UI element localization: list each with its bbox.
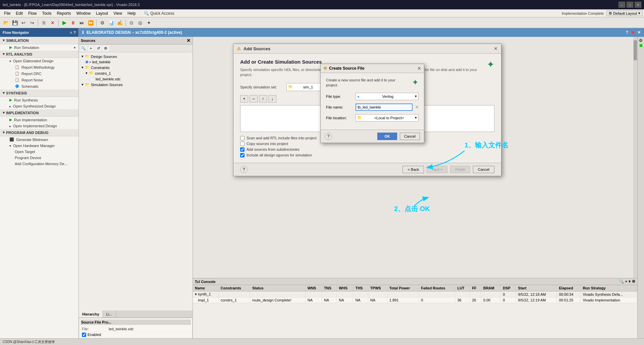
add-sources-help-button[interactable]: ?: [240, 166, 248, 173]
right-panel-gear-icon[interactable]: ⚙: [639, 38, 643, 43]
design-pin-icon[interactable]: 📌: [630, 30, 635, 35]
design-close-icon[interactable]: ✕: [637, 30, 641, 35]
nav-open-target[interactable]: Open Target: [0, 149, 78, 155]
checkbox-add-subdirs[interactable]: Add sources from subdirectories: [240, 147, 494, 152]
checkbox-include-all[interactable]: Include all design sgurces for simulatio…: [240, 153, 494, 157]
file-name-input[interactable]: [356, 104, 413, 111]
tcl-settings-icon[interactable]: ⚙: [632, 279, 635, 284]
table-row-synth1[interactable]: ▾ synth_1: [193, 291, 637, 297]
menu-flow[interactable]: Flow: [25, 10, 39, 16]
tb-save-btn[interactable]: 💾: [11, 19, 19, 27]
file-type-select[interactable]: ● Verilog ▾: [356, 93, 419, 100]
maximize-button[interactable]: □: [627, 2, 633, 8]
add-sources-cancel-button[interactable]: Cancel: [473, 166, 494, 173]
nav-run-implementation[interactable]: ▶ Run Implementation: [0, 117, 78, 123]
file-name-clear-icon[interactable]: ✕: [415, 105, 419, 110]
tree-item-constrs1[interactable]: ▾ 📁 constrs_1: [84, 70, 191, 76]
menu-reports[interactable]: Reports: [54, 10, 73, 16]
add-sources-close-button[interactable]: ✕: [494, 46, 498, 51]
nav-schematic[interactable]: 🔷 Schematic: [0, 83, 78, 89]
nav-run-simulation[interactable]: ▶ Run Simulation ▸: [0, 44, 78, 51]
nav-report-methodology[interactable]: 📋 Report Methodology: [0, 64, 78, 70]
tb-copy-btn[interactable]: ⎘: [40, 19, 48, 27]
nav-section-program-header[interactable]: ▾ PROGRAM AND DEBUG: [0, 129, 78, 136]
next-button[interactable]: Next >: [427, 166, 447, 173]
nav-open-hw-manager[interactable]: ▾ Open Hardware Manager: [0, 143, 78, 149]
tb-undo-btn[interactable]: ↩: [19, 19, 28, 27]
tb-prog3-btn[interactable]: ✦: [145, 19, 153, 27]
tree-item-xdc[interactable]: 📄 led_twinkle.xdc: [88, 76, 191, 82]
flow-nav-help-icon[interactable]: ?: [73, 30, 76, 34]
nav-section-impl-header[interactable]: ▾ IMPLEMENTATION: [0, 109, 78, 117]
sources-close-icon[interactable]: ✕: [186, 38, 191, 43]
move-up-btn[interactable]: ↑: [259, 95, 267, 102]
move-down-btn[interactable]: ↓: [268, 95, 276, 102]
sources-settings-btn[interactable]: ⚙: [102, 45, 109, 51]
tb-prog-btn[interactable]: ⊙: [127, 19, 136, 27]
prop-enabled-checkbox[interactable]: [82, 333, 86, 337]
menu-edit[interactable]: Edit: [13, 10, 25, 16]
tb-run-btn[interactable]: ▶: [60, 19, 68, 27]
quick-access[interactable]: 🔍 Quick Access: [144, 11, 174, 16]
design-area-scrollbar[interactable]: [633, 37, 637, 278]
design-help-icon[interactable]: ?: [626, 30, 628, 35]
tcl-search-icon[interactable]: 🔍: [619, 279, 624, 284]
nav-run-synthesis[interactable]: ▶ Run Synthesis: [0, 97, 78, 103]
tb-step2-btn[interactable]: ⏩: [87, 19, 95, 27]
minimize-button[interactable]: –: [619, 2, 625, 8]
create-source-close-button[interactable]: ✕: [417, 66, 421, 71]
menu-tools[interactable]: Tools: [39, 10, 54, 16]
tab-hierarchy[interactable]: Hierarchy: [79, 310, 103, 318]
table-row-impl1[interactable]: impl_1 constrs_1 route_design Complete! …: [193, 297, 637, 303]
tb-step-btn[interactable]: ⏭: [78, 19, 86, 27]
back-button[interactable]: < Back: [402, 166, 424, 173]
sources-search-btn[interactable]: 🔍: [80, 45, 87, 51]
tree-item-simulation-sources[interactable]: ▾ 📁 Simulation Sources: [80, 82, 191, 87]
tb-redo-btn[interactable]: ↪: [28, 19, 36, 27]
tb-write-btn[interactable]: ✍: [116, 19, 124, 27]
layout-selector[interactable]: ⊞ Default Layout ▾: [606, 10, 643, 16]
tree-item-led-twinkle[interactable]: • led_twinkle: [84, 59, 191, 65]
file-location-select[interactable]: 📁 <Local to Project> ▾: [356, 114, 419, 122]
add-subdirs-checkbox[interactable]: [240, 147, 245, 152]
nav-add-config-mem[interactable]: Add Configuration Memory De...: [0, 161, 78, 167]
tcl-add-icon[interactable]: +: [625, 279, 627, 284]
tb-report-btn[interactable]: 📊: [107, 19, 115, 27]
add-file-btn[interactable]: +: [240, 95, 248, 102]
tb-settings-btn[interactable]: ⚙: [98, 19, 106, 27]
tb-prog2-btn[interactable]: ◎: [136, 19, 144, 27]
tcl-filter-icon[interactable]: ▾: [629, 279, 631, 284]
create-ok-button[interactable]: OK: [377, 133, 397, 140]
menu-help[interactable]: Help: [125, 10, 139, 16]
tree-item-design-sources[interactable]: ▾ 📁 Design Sources: [80, 54, 191, 59]
sources-add-btn[interactable]: +: [88, 45, 94, 51]
nav-report-drc[interactable]: 📋 Report DRC: [0, 70, 78, 77]
menu-file[interactable]: File: [1, 10, 13, 16]
tab-libraries[interactable]: Li...: [103, 310, 116, 318]
menu-window[interactable]: Window: [73, 10, 93, 16]
menu-view[interactable]: View: [111, 10, 125, 16]
create-help-button[interactable]: ?: [325, 133, 332, 140]
menu-layout[interactable]: Layout: [93, 10, 111, 16]
create-cancel-button[interactable]: Cancel: [400, 133, 420, 140]
sources-refresh-btn[interactable]: ↺: [95, 45, 102, 51]
remove-file-btn[interactable]: –: [250, 95, 258, 102]
tree-item-constraints[interactable]: ▾ 📁 Constraints: [80, 65, 191, 70]
tb-stop-btn[interactable]: ⏸: [69, 19, 77, 27]
include-all-checkbox[interactable]: [240, 153, 245, 157]
nav-program-device[interactable]: Program Device: [0, 155, 78, 161]
nav-section-rtl-header[interactable]: ▾ RTL ANALYSIS: [0, 51, 78, 58]
nav-generate-bitstream[interactable]: ⬛ Generate Bitstream: [0, 136, 78, 143]
nav-section-simulation-header[interactable]: ▾ SIMULATION: [0, 37, 78, 44]
flow-nav-collapse-icon[interactable]: ≡: [70, 30, 72, 34]
tb-delete-btn[interactable]: ✕: [49, 19, 57, 27]
tb-open-btn[interactable]: 📂: [2, 19, 10, 27]
nav-report-noise[interactable]: 📋 Report Noise: [0, 77, 78, 83]
nav-open-elaborated[interactable]: ▾ Open Elaborated Design: [0, 58, 78, 64]
close-button[interactable]: ✕: [635, 2, 641, 8]
scan-rtl-checkbox[interactable]: [240, 136, 245, 140]
copy-sources-checkbox[interactable]: [240, 142, 245, 146]
nav-open-implemented[interactable]: ▸ Open Implemented Design: [0, 123, 78, 129]
nav-section-synthesis-header[interactable]: ▾ SYNTHESIS: [0, 89, 78, 97]
nav-open-synthesized[interactable]: ▸ Open Synthesized Design: [0, 103, 78, 109]
